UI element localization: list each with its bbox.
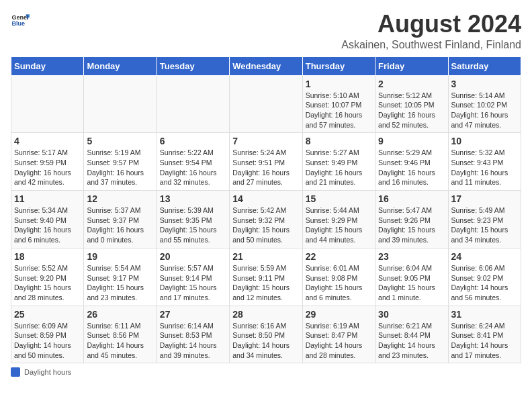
day-info: Sunrise: 6:19 AMSunset: 8:47 PMDaylight:…: [306, 321, 372, 361]
day-info: Sunrise: 5:14 AMSunset: 10:02 PMDaylight…: [451, 91, 518, 130]
day-number: 17: [451, 193, 518, 204]
col-sunday: Sunday: [11, 56, 84, 75]
logo-icon: General Blue: [11, 11, 30, 30]
col-monday: Monday: [84, 56, 157, 75]
table-row: 12Sunrise: 5:37 AMSunset: 9:37 PMDayligh…: [84, 191, 157, 248]
day-info: Sunrise: 6:09 AMSunset: 8:59 PMDaylight:…: [14, 321, 81, 361]
logo: General Blue: [11, 11, 30, 30]
table-row: 7Sunrise: 5:24 AMSunset: 9:51 PMDaylight…: [230, 133, 302, 191]
day-info: Sunrise: 5:47 AMSunset: 9:26 PMDaylight:…: [378, 205, 445, 245]
day-info: Sunrise: 5:57 AMSunset: 9:14 PMDaylight:…: [160, 263, 226, 303]
day-number: 15: [306, 193, 372, 204]
day-number: 9: [378, 136, 445, 146]
page-subtitle: Askainen, Southwest Finland, Finland: [341, 39, 521, 51]
day-info: Sunrise: 5:10 AMSunset: 10:07 PMDaylight…: [306, 91, 372, 130]
day-number: 31: [451, 309, 518, 320]
day-info: Sunrise: 5:19 AMSunset: 9:57 PMDaylight:…: [87, 148, 153, 187]
day-number: 22: [306, 251, 372, 262]
footer-dot-icon: [11, 367, 20, 377]
day-number: 6: [160, 136, 226, 146]
day-info: Sunrise: 6:16 AMSunset: 8:50 PMDaylight:…: [232, 321, 299, 361]
day-number: 13: [160, 193, 226, 204]
day-number: 23: [378, 251, 445, 262]
table-row: 13Sunrise: 5:39 AMSunset: 9:35 PMDayligh…: [157, 191, 229, 248]
day-info: Sunrise: 5:49 AMSunset: 9:23 PMDaylight:…: [451, 205, 518, 245]
table-row: 30Sunrise: 6:21 AMSunset: 8:44 PMDayligh…: [375, 306, 448, 363]
day-number: 24: [451, 251, 518, 262]
day-number: 28: [232, 309, 299, 320]
day-number: 11: [14, 193, 81, 204]
day-number: 20: [160, 251, 226, 262]
table-row: 27Sunrise: 6:14 AMSunset: 8:53 PMDayligh…: [157, 306, 229, 363]
footer-note: Daylight hours: [11, 367, 521, 377]
calendar-week-row: 1Sunrise: 5:10 AMSunset: 10:07 PMDayligh…: [11, 75, 521, 133]
day-info: Sunrise: 6:24 AMSunset: 8:41 PMDaylight:…: [451, 321, 518, 361]
day-number: 18: [14, 251, 81, 262]
table-row: 18Sunrise: 5:52 AMSunset: 9:20 PMDayligh…: [11, 248, 84, 306]
day-info: Sunrise: 6:21 AMSunset: 8:44 PMDaylight:…: [378, 321, 445, 361]
day-number: 10: [451, 136, 518, 146]
table-row: 20Sunrise: 5:57 AMSunset: 9:14 PMDayligh…: [157, 248, 229, 306]
table-row: [11, 75, 84, 133]
col-wednesday: Wednesday: [230, 56, 302, 75]
table-row: 15Sunrise: 5:44 AMSunset: 9:29 PMDayligh…: [302, 191, 375, 248]
day-info: Sunrise: 6:01 AMSunset: 9:08 PMDaylight:…: [306, 263, 372, 303]
day-number: 2: [378, 79, 445, 89]
table-row: 6Sunrise: 5:22 AMSunset: 9:54 PMDaylight…: [157, 133, 229, 191]
day-info: Sunrise: 6:06 AMSunset: 9:02 PMDaylight:…: [451, 263, 518, 303]
col-thursday: Thursday: [302, 56, 375, 75]
calendar-week-row: 18Sunrise: 5:52 AMSunset: 9:20 PMDayligh…: [11, 248, 521, 306]
table-row: 8Sunrise: 5:27 AMSunset: 9:49 PMDaylight…: [302, 133, 375, 191]
day-info: Sunrise: 5:59 AMSunset: 9:11 PMDaylight:…: [232, 263, 299, 303]
day-number: 1: [306, 79, 372, 89]
day-info: Sunrise: 5:24 AMSunset: 9:51 PMDaylight:…: [232, 148, 299, 187]
title-area: August 2024 Askainen, Southwest Finland,…: [341, 11, 521, 51]
day-info: Sunrise: 5:52 AMSunset: 9:20 PMDaylight:…: [14, 263, 81, 303]
page-title: August 2024: [341, 11, 521, 38]
table-row: 10Sunrise: 5:32 AMSunset: 9:43 PMDayligh…: [448, 133, 521, 191]
calendar-week-row: 11Sunrise: 5:34 AMSunset: 9:40 PMDayligh…: [11, 191, 521, 248]
table-row: [157, 75, 229, 133]
day-info: Sunrise: 5:39 AMSunset: 9:35 PMDaylight:…: [160, 205, 226, 245]
day-number: 21: [232, 251, 299, 262]
day-info: Sunrise: 5:27 AMSunset: 9:49 PMDaylight:…: [306, 148, 372, 187]
table-row: 21Sunrise: 5:59 AMSunset: 9:11 PMDayligh…: [230, 248, 302, 306]
table-row: 24Sunrise: 6:06 AMSunset: 9:02 PMDayligh…: [448, 248, 521, 306]
table-row: [84, 75, 157, 133]
calendar-header-row: Sunday Monday Tuesday Wednesday Thursday…: [11, 56, 521, 75]
table-row: 16Sunrise: 5:47 AMSunset: 9:26 PMDayligh…: [375, 191, 448, 248]
day-number: 14: [232, 193, 299, 204]
table-row: 2Sunrise: 5:12 AMSunset: 10:05 PMDayligh…: [375, 75, 448, 133]
table-row: 5Sunrise: 5:19 AMSunset: 9:57 PMDaylight…: [84, 133, 157, 191]
day-info: Sunrise: 6:14 AMSunset: 8:53 PMDaylight:…: [160, 321, 226, 361]
day-info: Sunrise: 6:11 AMSunset: 8:56 PMDaylight:…: [87, 321, 153, 361]
day-number: 29: [306, 309, 372, 320]
calendar-week-row: 25Sunrise: 6:09 AMSunset: 8:59 PMDayligh…: [11, 306, 521, 363]
col-saturday: Saturday: [448, 56, 521, 75]
day-number: 12: [87, 193, 153, 204]
day-number: 16: [378, 193, 445, 204]
footer-label: Daylight hours: [24, 368, 71, 376]
day-info: Sunrise: 5:32 AMSunset: 9:43 PMDaylight:…: [451, 148, 518, 187]
table-row: 9Sunrise: 5:29 AMSunset: 9:46 PMDaylight…: [375, 133, 448, 191]
table-row: 17Sunrise: 5:49 AMSunset: 9:23 PMDayligh…: [448, 191, 521, 248]
day-info: Sunrise: 5:42 AMSunset: 9:32 PMDaylight:…: [232, 205, 299, 245]
table-row: 25Sunrise: 6:09 AMSunset: 8:59 PMDayligh…: [11, 306, 84, 363]
table-row: [230, 75, 302, 133]
calendar-week-row: 4Sunrise: 5:17 AMSunset: 9:59 PMDaylight…: [11, 133, 521, 191]
day-number: 27: [160, 309, 226, 320]
day-info: Sunrise: 6:04 AMSunset: 9:05 PMDaylight:…: [378, 263, 445, 303]
table-row: 31Sunrise: 6:24 AMSunset: 8:41 PMDayligh…: [448, 306, 521, 363]
day-number: 26: [87, 309, 153, 320]
day-number: 8: [306, 136, 372, 146]
table-row: 4Sunrise: 5:17 AMSunset: 9:59 PMDaylight…: [11, 133, 84, 191]
day-info: Sunrise: 5:12 AMSunset: 10:05 PMDaylight…: [378, 91, 445, 130]
day-number: 7: [232, 136, 299, 146]
table-row: 28Sunrise: 6:16 AMSunset: 8:50 PMDayligh…: [230, 306, 302, 363]
day-number: 25: [14, 309, 81, 320]
day-number: 3: [451, 79, 518, 89]
col-friday: Friday: [375, 56, 448, 75]
day-number: 30: [378, 309, 445, 320]
table-row: 26Sunrise: 6:11 AMSunset: 8:56 PMDayligh…: [84, 306, 157, 363]
table-row: 1Sunrise: 5:10 AMSunset: 10:07 PMDayligh…: [302, 75, 375, 133]
